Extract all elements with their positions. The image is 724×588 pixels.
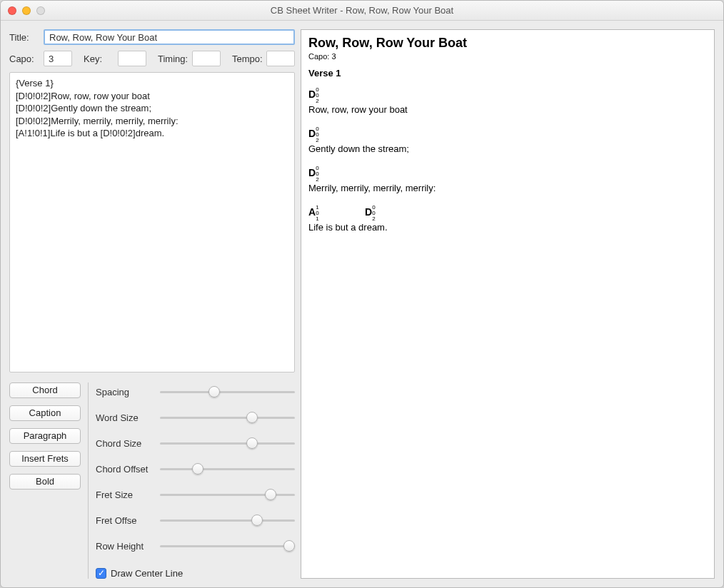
timing-label: Timing: [158,54,186,64]
chord: D002 [308,126,319,143]
slider[interactable] [160,385,295,399]
tempo-input[interactable] [266,51,295,66]
timing-input[interactable] [192,51,221,66]
slider[interactable] [160,410,295,425]
lyric: Merrily, merrily, merrily, merrily: [308,183,707,193]
key-input[interactable] [118,51,146,66]
preview-line: A101D002Life is but a dream. [308,201,707,233]
source-editor[interactable] [9,72,295,372]
preview-line: D002Merrily, merrily, merrily, merrily: [308,161,707,193]
preview-capo: Capo: 3 [308,52,707,61]
chord-button[interactable]: Chord [9,382,81,398]
chord: D002 [308,87,319,104]
lyric: Gently down the stream; [308,143,707,154]
capo-label: Capo: [9,54,38,64]
slider[interactable] [160,513,295,527]
titlebar: CB Sheet Writer - Row, Row, Row Your Boa… [1,1,723,21]
paragraph-button[interactable]: Paragraph [9,428,81,444]
slider[interactable] [160,462,295,476]
slider[interactable] [160,436,295,450]
slider-row: Chord Size [96,435,295,451]
slider-row: Chord Offset [96,461,295,477]
draw-center-line-label: Draw Center Line [111,568,183,579]
separator [88,382,89,579]
window-title: CB Sheet Writer - Row, Row, Row Your Boa… [1,5,723,16]
slider-row: Fret Size [96,487,295,502]
key-label: Key: [84,54,112,64]
chord: A101 [308,205,319,222]
slider-row: Row Height [96,538,295,554]
preview-title: Row, Row, Row Your Boat [308,36,707,51]
slider-label: Word Size [96,412,160,423]
draw-center-line-checkbox[interactable]: ✓ [96,568,106,579]
preview-line: D002Row, row, row your boat [308,83,707,115]
slider-row: Word Size [96,410,295,425]
lyric: Life is but a dream. [308,222,707,233]
slider-row: Spacing [96,384,295,400]
slider[interactable] [160,487,295,502]
capo-input[interactable] [44,51,72,66]
app-window: CB Sheet Writer - Row, Row, Row Your Boa… [0,0,724,588]
preview-line: D002Gently down the stream; [308,122,707,154]
lyric: Row, row, row your boat [308,104,707,115]
slider[interactable] [160,539,295,553]
zoom-icon[interactable] [36,6,45,15]
bold-button[interactable]: Bold [9,474,81,490]
insert-frets-button[interactable]: Insert Frets [9,451,81,467]
title-label: Title: [9,32,38,43]
close-icon[interactable] [8,6,16,15]
slider-row: Fret Offse [96,512,295,528]
preview-pane: Row, Row, Row Your Boat Capo: 3 Verse 1 … [301,29,715,579]
preview-section: Verse 1 [308,68,707,78]
title-input[interactable] [44,29,295,45]
slider-label: Chord Offset [96,464,160,475]
chord: D002 [308,166,319,183]
tempo-label: Tempo: [232,54,261,64]
chord: D002 [365,205,376,222]
caption-button[interactable]: Caption [9,405,81,421]
slider-label: Row Height [96,541,160,552]
minimize-icon[interactable] [22,6,31,15]
slider-label: Fret Size [96,490,160,500]
slider-label: Chord Size [96,438,160,449]
slider-label: Spacing [96,387,160,397]
slider-label: Fret Offse [96,515,160,526]
